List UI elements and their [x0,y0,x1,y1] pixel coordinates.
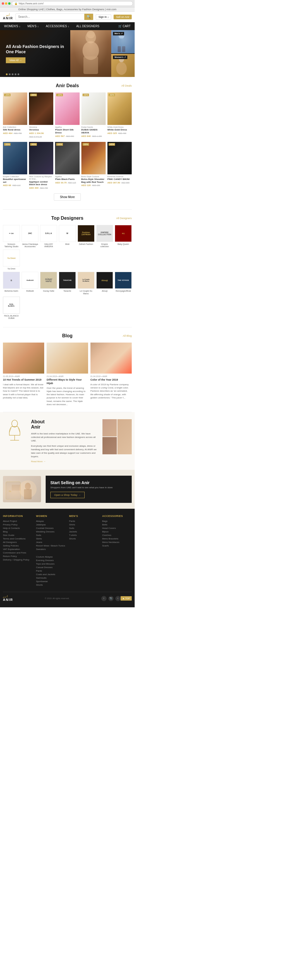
footer-link-coats[interactable]: Coats and Jackets [36,573,65,576]
designer-card[interactable]: ✂ SH ScissorsTailoring Studio [3,225,20,248]
designer-card[interactable]: BQ Baby Queen [115,225,132,248]
facebook-icon[interactable]: f [101,596,107,601]
cart-button[interactable]: 🛒 CART [117,22,132,30]
hero-dot-2[interactable] [9,73,11,75]
all-designers-link[interactable]: All Designers [116,217,132,220]
show-more-button[interactable]: Show More [54,193,81,201]
designer-card[interactable]: Alnuqi Alnuqi [96,272,113,295]
designer-card[interactable]: FashionZAFIRAH Zafirah Fashion [78,225,94,248]
footer-link-privacy[interactable]: Privacy Policy [3,523,32,526]
footer-link-casual[interactable]: Casual Dresses [36,566,65,569]
hero-dot-4[interactable] [14,73,16,75]
footer-link-about[interactable]: About Project [3,520,32,522]
hero-womens-panel[interactable]: Women's ↗ [111,54,135,77]
designer-card[interactable]: Ya Omni Ya Omni [3,250,20,270]
footer-link-designers[interactable]: All Designers [3,541,32,544]
designer-card[interactable]: JHC Janna CharskayaAccessories [22,225,38,248]
deal-card[interactable]: -15% Agatha Plain Black Pants AED 30.75 … [55,142,79,191]
nav-mens[interactable]: MEN'S ↓ [26,22,40,30]
deal-card[interactable]: -20% Empire Collection Beautiful sportsw… [3,142,27,191]
footer-link-belts[interactable]: Belts [102,523,132,526]
footer-logo[interactable]: أنير ANIR [3,596,13,601]
logo[interactable]: أنير ANIR [3,14,13,20]
hero-dot-5[interactable] [18,73,19,75]
footer-link-delivery[interactable]: Delivery / Shipping Policy [3,558,32,561]
hero-mens-panel[interactable]: Men's ↗ [111,30,135,53]
nav-womens[interactable]: WOMEN'S ↓ [3,22,22,30]
footer-link-mens-bracelets[interactable]: Mens Bracelets [102,538,132,540]
designer-card[interactable]: GÜNAYHAFİZ Gunay Hafiz [40,272,57,295]
designer-card[interactable]: GÀLA GALA BYAMEERA [40,225,57,248]
all-deals-link[interactable]: All Deals [121,84,132,87]
deal-card[interactable]: -40% HKK Couture by Maryam Al Shai... Ap… [29,142,53,191]
footer-link-return[interactable]: Return Policy [3,555,32,558]
nav-all-designers[interactable]: ALL DESIGNERS [75,22,101,30]
hero-dot-1[interactable] [6,73,8,75]
sell-on-button[interactable]: Sell on Anir [113,14,132,19]
footer-link-suits[interactable]: Suits [36,534,65,536]
minimize-button[interactable] [5,2,7,5]
footer-link-resort[interactable]: Resort Wear / Beach Tunics [36,544,65,547]
designer-card[interactable]: Le CoupleDu Maroc Le Couple DuMaroc [78,272,94,295]
deal-card[interactable]: -60% White-Gold Dress White-Gold Dress A… [107,92,132,139]
footer-link-commission[interactable]: Commission and Fees [3,551,32,554]
hero-dot-3[interactable] [12,73,13,75]
deal-card[interactable]: -20% Anir Collection Silk floral dress A… [3,92,27,139]
blog-card[interactable]: 21.04.2019 • ANIR Different Ways to Styl… [46,342,88,406]
deal-card[interactable]: -45% Bohemia Science PINK CANDY BIKINI A… [107,142,132,191]
all-blog-link[interactable]: All Blog [123,334,132,337]
footer-link-mens-suits[interactable]: Suits [69,527,99,530]
footer-link-size[interactable]: Size Guide [3,534,32,536]
footer-link-selling[interactable]: Selling Policies [3,544,32,547]
footer-link-mens-tshirts[interactable]: T-shirts [69,534,99,536]
instagram-icon[interactable]: 📷 [108,596,113,601]
sign-in-button[interactable]: Sign In ↓ [96,14,111,20]
twitter-icon[interactable]: t [115,596,121,601]
url-bar[interactable]: 🔒 https://www.anir.com/ [12,1,133,6]
footer-link-mens-pants[interactable]: Pants [69,520,99,522]
designer-card[interactable]: FACILBLANCO. FACIL BLANCODUBAI [3,297,20,320]
footer-link-swimsuits[interactable]: Swimsuits [36,577,65,579]
open-shop-button[interactable]: Open a Shop Today → [50,492,85,498]
footer-link-bags[interactable]: Bags [102,520,132,522]
footer-link-bijoux[interactable]: Bijoux [102,530,132,533]
designer-card[interactable]: THE VOYAGE thevoyageofficial [115,272,132,295]
designer-card[interactable]: TANACHE Tanache [59,272,76,295]
deal-card[interactable]: -20% Boho-Style Couture Boho-Style Shoul… [81,142,106,191]
designer-card[interactable]: B Bohemia Swim [3,272,20,295]
footer-link-scarfs[interactable]: Scarfs [102,544,132,547]
footer-link-vat[interactable]: VAT Explanation [3,548,32,550]
footer-link-jeans[interactable]: Jeans [36,541,65,544]
nav-accessories[interactable]: ACCESSORIES ↓ [45,22,70,30]
footer-link-jalabiyas[interactable]: Jalabiyas [36,523,65,526]
footer-link-pants[interactable]: Pants [36,570,65,572]
footer-link-head-covers[interactable]: Head Covers [102,527,132,530]
footer-link-help[interactable]: Help & Contacts [3,527,32,530]
maximize-button[interactable] [8,2,11,5]
designer-card[interactable]: EMPIRECOLLECTION Empirecollection [96,225,113,248]
about-read-more[interactable]: Read More → [31,460,98,463]
footer-link-mens-necklaces[interactable]: Mens Necklaces [102,541,132,544]
footer-link-shorts-women[interactable]: Shorts [36,584,65,586]
designer-card[interactable]: M Mioli [59,225,76,248]
deal-card[interactable]: -10% Agatha Peach Short Silk Dress AED 5… [55,92,79,139]
footer-link-cocktail[interactable]: Cocktail Dresses [36,527,65,530]
designer-card[interactable]: theBuild theBuild [22,272,38,295]
footer-link-abayas[interactable]: Abayas [36,520,65,522]
footer-link-sweaters[interactable]: Sweaters [36,548,65,550]
close-button[interactable] [2,2,4,5]
deal-card[interactable]: -30% Dubai Sands DUBAI SANDS ABAYA AED 8… [81,92,106,139]
footer-link-skirts[interactable]: Skirts [36,538,65,540]
blog-card[interactable]: 21.05.2019 • ANIR 10 Hot Trends of Summe… [3,342,44,406]
footer-link-mens-shorts[interactable]: Shorts [69,538,99,540]
deal-card[interactable]: -66% Veronica Veronica AED 1 334.96 AED … [29,92,53,139]
footer-link-clutches[interactable]: Clutches [102,534,132,536]
hero-cta-button[interactable]: View All → [6,57,26,63]
footer-link-blog[interactable]: Blog [3,530,32,533]
search-input[interactable] [16,14,85,20]
back-to-top-button[interactable]: ▲ TOP [121,596,132,601]
footer-link-wedding[interactable]: Wedding Dresses [36,530,65,533]
search-button[interactable]: 🔍 [84,14,93,20]
blog-card[interactable]: 21.04.2019 • ANIR Color of the Year 2019… [91,342,132,406]
footer-link-evening[interactable]: Evening Dresses [36,559,65,562]
